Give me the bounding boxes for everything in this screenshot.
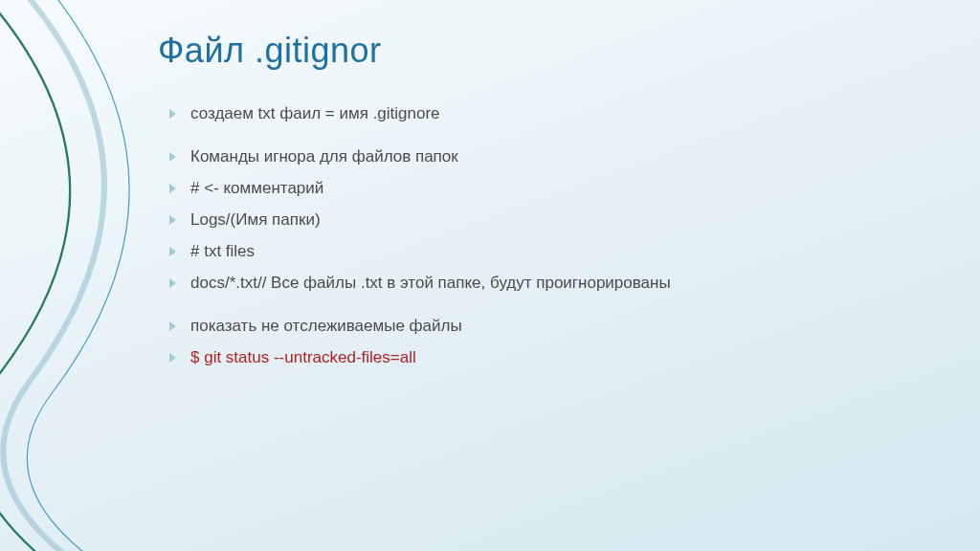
bullet-item: создаем txt фаил = имя .gitignore bbox=[169, 103, 923, 125]
bullet-text: Logs/(Имя папки) bbox=[190, 210, 321, 229]
bullet-text: # txt files bbox=[190, 242, 255, 260]
bullet-list: создаем txt фаил = имя .gitignoreКоманды… bbox=[158, 103, 923, 369]
bullet-item: Команды игнора для файлов папок bbox=[169, 146, 923, 168]
slide-content: Файл .gitignor создаем txt фаил = имя .g… bbox=[158, 31, 923, 390]
bullet-item: показать не отслеживаемые файлы bbox=[169, 316, 923, 338]
bullet-item: # <- комментарий bbox=[169, 178, 923, 200]
bullet-text: создаем txt фаил = имя .gitignore bbox=[190, 104, 440, 122]
bullet-item: $ git status --untracked-files=all bbox=[169, 347, 923, 369]
bullet-item: # txt files bbox=[169, 241, 923, 263]
bullet-text: docs/*.txt// Все файлы .txt в этой папке… bbox=[190, 274, 671, 292]
bullet-text: показать не отслеживаемые файлы bbox=[190, 317, 462, 335]
bullet-item: Logs/(Имя папки) bbox=[169, 209, 923, 231]
bullet-text: Команды игнора для файлов папок bbox=[190, 147, 458, 165]
bullet-text: # <- комментарий bbox=[190, 179, 323, 197]
slide-title: Файл .gitignor bbox=[158, 31, 923, 71]
bullet-text: $ git status --untracked-files=all bbox=[190, 348, 416, 366]
slide: Файл .gitignor создаем txt фаил = имя .g… bbox=[0, 0, 980, 551]
bullet-item: docs/*.txt// Все файлы .txt в этой папке… bbox=[169, 273, 923, 295]
